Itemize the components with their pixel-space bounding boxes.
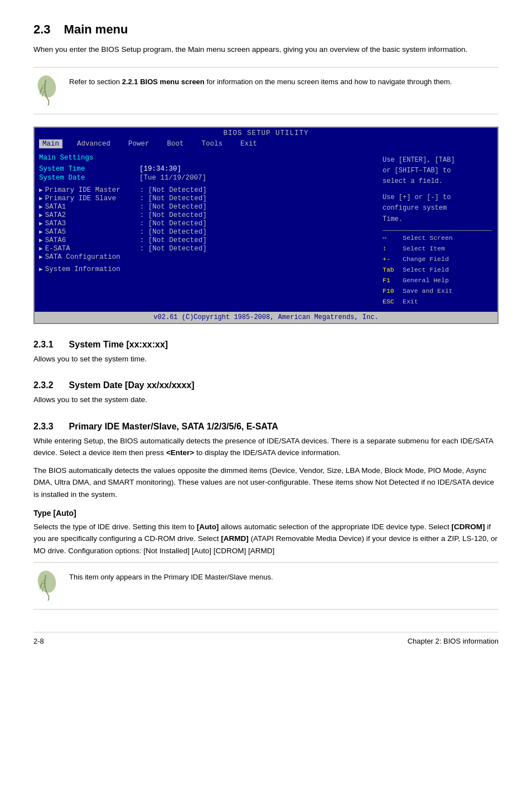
legend-key: +- bbox=[383, 254, 398, 265]
legend-desc: Select Field bbox=[403, 265, 449, 276]
bios-item-arrow: ▶ bbox=[39, 203, 43, 210]
bios-screen: BIOS SETUP UTILITY Main Advanced Power B… bbox=[33, 127, 499, 324]
bios-system-time-row: System Time [19:34:30] bbox=[39, 165, 376, 173]
bios-system-date-value: [Tue 11/19/2007] bbox=[139, 174, 206, 182]
bios-item-name: Primary IDE Slave bbox=[45, 195, 140, 202]
sub231-body: Allows you to set the system time. bbox=[33, 353, 499, 365]
bios-item-value: : [Not Detected] bbox=[140, 186, 207, 194]
bios-item-row: ▶Primary IDE Master: [Not Detected] bbox=[39, 186, 376, 194]
bios-menu-tools[interactable]: Tools bbox=[199, 139, 226, 148]
sub232-body: Allows you to set the system date. bbox=[33, 394, 499, 406]
note-box-top: Refer to section 2.2.1 BIOS menu screen … bbox=[33, 67, 499, 114]
footer-right: Chapter 2: BIOS information bbox=[408, 637, 499, 645]
legend-desc: Select Item bbox=[403, 244, 445, 254]
bios-body: Main Settings System Time [19:34:30] Sys… bbox=[35, 149, 497, 312]
legend-key: ESC bbox=[383, 297, 398, 307]
leaf-icon-bottom bbox=[33, 569, 60, 602]
bios-legend-row: TabSelect Field bbox=[383, 265, 492, 276]
bios-menu-boot[interactable]: Boot bbox=[164, 139, 187, 148]
sub233-title: Primary IDE Master/Slave, SATA 1/2/3/5/6… bbox=[69, 422, 278, 431]
bios-item-row: ▶SATA Configuration bbox=[39, 253, 376, 261]
bios-legend: ↔Select Screen↕Select Item+-Change Field… bbox=[383, 233, 492, 307]
bios-menu-power[interactable]: Power bbox=[125, 139, 153, 148]
footer-left: 2-8 bbox=[33, 637, 44, 645]
bios-item-row: ▶SATA5: [Not Detected] bbox=[39, 228, 376, 236]
note-text-top: Refer to section 2.2.1 BIOS menu screen … bbox=[69, 74, 452, 88]
bios-item-name: SATA Configuration bbox=[45, 253, 140, 261]
type-body: Selects the type of IDE drive. Setting t… bbox=[33, 521, 499, 557]
bios-item-arrow: ▶ bbox=[39, 195, 43, 202]
bios-item-row: ▶SATA6: [Not Detected] bbox=[39, 236, 376, 244]
bios-item-arrow: ▶ bbox=[39, 220, 43, 227]
bios-item-arrow: ▶ bbox=[39, 245, 43, 252]
bios-item-name: SATA5 bbox=[45, 228, 140, 236]
subsection-233: 2.3.3Primary IDE Master/Slave, SATA 1/2/… bbox=[33, 422, 499, 432]
legend-key: Tab bbox=[383, 265, 398, 276]
bios-help-top: Use [ENTER], [TAB]or [SHIFT-TAB] toselec… bbox=[383, 155, 492, 187]
bios-item-arrow: ▶ bbox=[39, 211, 43, 219]
legend-key: F10 bbox=[383, 286, 398, 297]
bios-help-separator bbox=[383, 230, 492, 231]
bios-section-title: Main Settings bbox=[39, 154, 376, 162]
sub231-num: 2.3.1 bbox=[33, 340, 54, 349]
bios-legend-row: ↕Select Item bbox=[383, 244, 492, 254]
bios-item-arrow: ▶ bbox=[39, 186, 43, 194]
legend-key: ↔ bbox=[383, 233, 398, 244]
section-number: 2.3 bbox=[33, 22, 51, 36]
legend-key: F1 bbox=[383, 276, 398, 286]
bios-menu-main[interactable]: Main bbox=[39, 139, 62, 148]
bios-system-info-row: ▶ System Information bbox=[39, 265, 376, 273]
bios-item-value: : [Not Detected] bbox=[140, 203, 207, 211]
note-box-bottom: This item only appears in the Primary ID… bbox=[33, 562, 499, 610]
bios-legend-row: ↔Select Screen bbox=[383, 233, 492, 244]
section-main-title: Main menu bbox=[64, 22, 128, 36]
bios-legend-row: F1General Help bbox=[383, 276, 492, 286]
sub232-title: System Date [Day xx/xx/xxxx] bbox=[69, 380, 195, 390]
bios-item-value: : [Not Detected] bbox=[140, 228, 207, 236]
svg-point-0 bbox=[35, 74, 58, 99]
note-bold-ref: 2.2.1 BIOS menu screen bbox=[122, 78, 205, 86]
subsection-232: 2.3.2System Date [Day xx/xx/xxxx] bbox=[33, 380, 499, 390]
bios-menu-exit[interactable]: Exit bbox=[237, 139, 260, 148]
bios-left-panel: Main Settings System Time [19:34:30] Sys… bbox=[35, 152, 380, 312]
svg-point-1 bbox=[35, 569, 58, 595]
bios-legend-row: F10Save and Exit bbox=[383, 286, 492, 297]
bios-item-row: ▶SATA3: [Not Detected] bbox=[39, 220, 376, 228]
bios-item-row: ▶SATA2: [Not Detected] bbox=[39, 211, 376, 219]
legend-key: ↕ bbox=[383, 244, 398, 254]
legend-desc: Select Screen bbox=[403, 233, 453, 244]
bios-item-value: : [Not Detected] bbox=[140, 236, 207, 244]
bios-item-arrow: ▶ bbox=[39, 236, 43, 244]
bios-menubar: Main Advanced Power Boot Tools Exit bbox=[35, 138, 497, 149]
bios-system-time-label: System Time bbox=[39, 165, 139, 173]
bios-item-name: SATA6 bbox=[45, 236, 140, 244]
bios-item-arrow: ▶ bbox=[39, 228, 43, 235]
sub233-num: 2.3.3 bbox=[33, 422, 54, 431]
bios-item-row: ▶E-SATA: [Not Detected] bbox=[39, 245, 376, 253]
legend-desc: Change Field bbox=[403, 254, 449, 265]
bios-help-mid: Use [+] or [-] toconfigure systemTime. bbox=[383, 192, 492, 225]
bios-topbar: BIOS SETUP UTILITY bbox=[35, 128, 497, 138]
bios-item-name: SATA2 bbox=[45, 211, 140, 219]
bios-menu-advanced[interactable]: Advanced bbox=[74, 139, 114, 148]
bios-item-value: : [Not Detected] bbox=[140, 211, 207, 219]
bios-system-info-label: System Information bbox=[45, 265, 140, 273]
note-text-bottom: This item only appears in the Primary ID… bbox=[69, 569, 273, 583]
bios-legend-row: ESCExit bbox=[383, 297, 492, 307]
bios-items-list: ▶Primary IDE Master: [Not Detected]▶Prim… bbox=[39, 186, 376, 261]
legend-desc: General Help bbox=[403, 276, 449, 286]
bios-item-name: SATA3 bbox=[45, 220, 140, 228]
type-heading: Type [Auto] bbox=[33, 509, 499, 518]
sub231-title: System Time [xx:xx:xx] bbox=[69, 340, 168, 349]
legend-desc: Exit bbox=[403, 297, 418, 307]
bios-legend-row: +-Change Field bbox=[383, 254, 492, 265]
bios-item-value: : [Not Detected] bbox=[140, 195, 207, 202]
sub233-body2: The BIOS automatically detects the value… bbox=[33, 465, 499, 501]
bios-item-value: : [Not Detected] bbox=[140, 220, 207, 228]
bios-footer: v02.61 (C)Copyright 1985-2008, American … bbox=[35, 312, 497, 323]
bios-system-date-label: System Date bbox=[39, 174, 139, 182]
bios-item-row: ▶SATA1: [Not Detected] bbox=[39, 203, 376, 211]
section-title: 2.3Main menu bbox=[33, 22, 499, 37]
bios-system-date-row: System Date [Tue 11/19/2007] bbox=[39, 174, 376, 182]
bios-item-value: : [Not Detected] bbox=[140, 245, 207, 253]
